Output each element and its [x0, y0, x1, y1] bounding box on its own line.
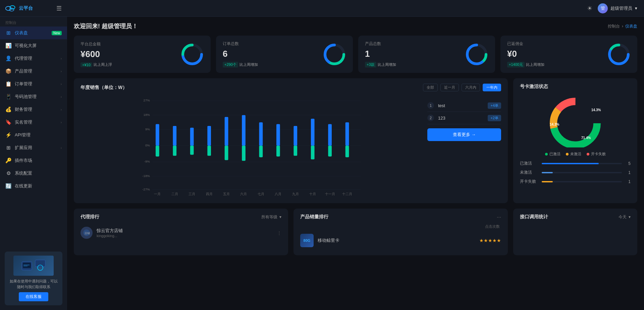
donut-2	[465, 43, 488, 66]
sales-item-badge-2: +2单	[488, 115, 501, 121]
status-bar-label-0: 已激活	[520, 161, 538, 166]
sidebar-item-sysconfig[interactable]: ⚙ 系统配置	[0, 167, 67, 180]
filter-year[interactable]: 一年内	[483, 84, 501, 91]
agent-info-1: 惊云官方店铺 kinggoking...	[97, 228, 273, 238]
user-dropdown-icon: ▾	[635, 6, 637, 11]
api-stats-filter[interactable]: 今天 ▾	[619, 214, 631, 220]
agent-rank-title: 代理排行	[80, 214, 99, 220]
status-bar-fill-1	[542, 172, 553, 173]
sidebar-item-product[interactable]: 📦 产品管理 ›	[0, 65, 67, 78]
sidebar-item-finance[interactable]: 💰 财务管理 ›	[0, 103, 67, 116]
sidebar-item-label-simcard: 号码池管理	[15, 94, 57, 100]
sales-item-name-1: test	[438, 103, 484, 108]
filter-month[interactable]: 近一月	[440, 84, 459, 91]
legend-failed: 开卡失败	[587, 151, 606, 157]
user-menu[interactable]: 管 超级管理员 ▾	[598, 3, 637, 13]
svg-rect-47	[259, 122, 263, 146]
sales-list: 1 test +4单 2 123 +2单 查看更多 →	[427, 96, 501, 198]
svg-rect-38	[173, 146, 176, 156]
support-button[interactable]: 在线客服	[19, 292, 48, 301]
agent-options-1[interactable]: ⋮	[277, 230, 281, 235]
agent-rank-item-1: 店铺 惊云官方店铺 kinggoking... ⋮	[80, 224, 281, 241]
sidebar-item-realname[interactable]: 🔖 实名管理 ›	[0, 116, 67, 129]
sidebar-logo: 云平台 ☰	[0, 0, 67, 17]
sim-legend: 已激活 未激活 开卡失败	[520, 151, 631, 157]
svg-rect-57	[345, 122, 349, 146]
agent-rank-section: 代理排行 所有等级 ▾ 店铺 惊云官方店铺 ki	[74, 209, 288, 255]
menu-toggle-icon[interactable]: ☰	[56, 5, 62, 12]
status-bar-label-2: 开卡失败	[520, 179, 538, 184]
breadcrumb: 控制台 › 仪表盘	[608, 24, 637, 29]
sidebar-item-visualization[interactable]: 📊 可视化大屏	[0, 39, 67, 52]
sidebar-item-extend[interactable]: ⊞ 扩展应用 ›	[0, 141, 67, 154]
extend-arrow-icon: ›	[61, 146, 62, 150]
simcard-icon: 📱	[5, 94, 11, 100]
svg-rect-45	[242, 115, 246, 146]
stat-change-0: +¥10 比上周上浮	[80, 62, 112, 67]
svg-text:店铺: 店铺	[85, 232, 90, 235]
sales-item-num-2: 2	[427, 115, 434, 121]
product-rank-title: 产品销量排行	[300, 214, 328, 220]
svg-rect-52	[293, 146, 297, 156]
donut-1	[323, 43, 346, 66]
bar-chart-area: 27% 18% 9% 0% -9% -18% -27%	[80, 96, 422, 198]
sidebar-item-update[interactable]: 🔄 在线更新	[0, 180, 67, 192]
sidebar-item-plugin[interactable]: 🔑 插件市场	[0, 154, 67, 167]
sidebar-item-label-product: 产品管理	[15, 68, 57, 74]
order-arrow-icon: ›	[61, 82, 62, 86]
sidebar-item-label-api: API管理	[15, 132, 62, 138]
svg-text:九月: 九月	[292, 192, 299, 196]
legend-activated: 已激活	[545, 151, 560, 157]
breadcrumb-separator: ›	[622, 24, 623, 29]
svg-rect-48	[259, 146, 263, 157]
username-label: 超级管理员	[610, 5, 632, 11]
api-stats-title: 接口调用统计	[520, 214, 548, 220]
svg-rect-43	[225, 117, 228, 146]
agent-icon: 👤	[5, 55, 11, 61]
support-text: 如果在使用中遇到问题，可以随时与我们取得联系	[9, 278, 58, 290]
realname-arrow-icon: ›	[61, 121, 62, 124]
svg-rect-4	[23, 263, 31, 268]
sales-item-2: 2 123 +2单	[427, 112, 501, 124]
see-more-button[interactable]: 查看更多 →	[427, 128, 501, 141]
svg-rect-46	[242, 146, 246, 161]
status-bar-count-1: 1	[625, 170, 631, 175]
main-content: ☀ 管 超级管理员 ▾ 欢迎回来! 超级管理员！ 控制台 › 仪表盘 平台总金额…	[67, 0, 644, 310]
filter-6month[interactable]: 六月内	[462, 84, 480, 91]
status-bar-inactive: 未激活 1	[520, 170, 631, 175]
sidebar-items: ⊞ 仪表盘 New 📊 可视化大屏 👤 代理管理 › 📦 产品管理 › 📋 订单…	[0, 27, 67, 192]
new-badge: New	[52, 31, 62, 35]
sidebar-item-label-update: 在线更新	[15, 183, 62, 189]
sidebar-item-order[interactable]: 📋 订单管理 ›	[0, 78, 67, 90]
finance-arrow-icon: ›	[61, 108, 62, 112]
status-bar-track-0	[542, 163, 622, 164]
update-icon: 🔄	[5, 183, 11, 189]
sim-status-bars: 已激活 5 未激活 1 开卡失败	[520, 161, 631, 184]
svg-text:四月: 四月	[206, 192, 213, 196]
filter-all[interactable]: 全部	[423, 84, 438, 91]
sim-donut-chart: 14.3% 14.3% 71.4%	[520, 94, 631, 147]
agent-rank-filter[interactable]: 所有等级 ▾	[261, 214, 281, 220]
content-area: 欢迎回来! 超级管理员！ 控制台 › 仪表盘 平台总金额 ¥600 +¥10 比…	[67, 17, 644, 310]
sidebar-section-label: 控制台	[0, 17, 67, 27]
svg-rect-50	[276, 146, 280, 157]
visualization-icon: 📊	[5, 43, 11, 49]
sidebar-item-simcard[interactable]: 📱 号码池管理 ›	[0, 90, 67, 103]
stat-change-2: +3款 比上周增加	[365, 62, 396, 68]
stats-row: 平台总金额 ¥600 +¥10 比上周上浮 订	[74, 36, 637, 73]
sidebar-item-dashboard[interactable]: ⊞ 仪表盘 New	[0, 27, 67, 39]
product-rank-options-icon[interactable]: ⋯	[497, 215, 501, 220]
api-stats-header: 接口调用统计 今天 ▾	[520, 214, 631, 220]
agent-avatar-1: 店铺	[80, 227, 93, 239]
sidebar-item-api[interactable]: ⚡ API管理	[0, 129, 67, 141]
svg-rect-40	[190, 146, 194, 155]
sun-icon[interactable]: ☀	[587, 5, 592, 12]
sidebar-item-agent[interactable]: 👤 代理管理 ›	[0, 52, 67, 65]
svg-text:-9%: -9%	[144, 160, 150, 163]
sidebar-item-label-visualization: 可视化大屏	[15, 43, 62, 49]
stat-card-orders: 订单总数 6 +290个 比上周增加	[216, 36, 353, 73]
svg-text:六月: 六月	[240, 192, 247, 196]
topbar: ☀ 管 超级管理员 ▾	[67, 0, 644, 17]
product-rank-col-header: 点击次数	[300, 224, 501, 229]
sim-status-title: 号卡激活状态	[520, 84, 631, 90]
